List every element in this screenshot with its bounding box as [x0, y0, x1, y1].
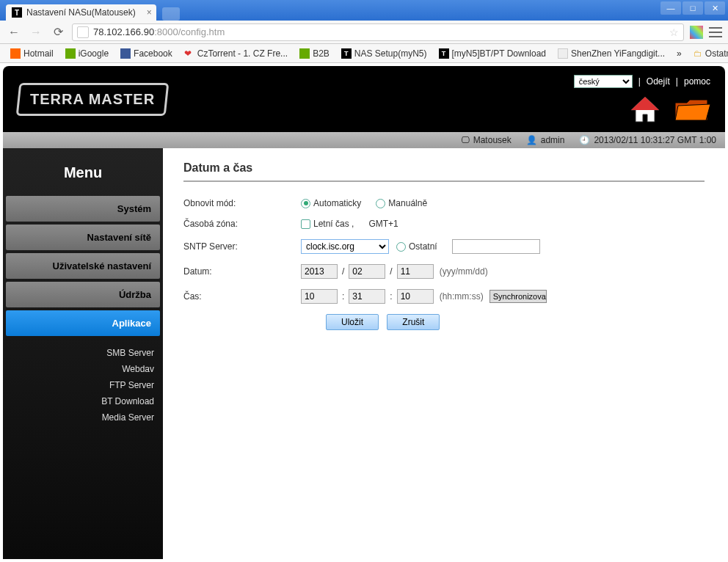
other-bookmarks-folder[interactable]: 🗀Ostatní záložky: [689, 47, 728, 60]
user-icon: 👤: [526, 135, 537, 145]
close-window-button[interactable]: ✕: [705, 1, 725, 15]
bookmark-shenzhen[interactable]: ShenZhen YiFangdigit...: [553, 47, 669, 60]
sntp-select[interactable]: clock.isc.org: [301, 239, 389, 254]
label-timezone: Časobá zóna:: [183, 219, 301, 229]
date-day-input[interactable]: [397, 264, 434, 279]
status-device: 🖵Matousek: [461, 135, 512, 145]
minimize-button[interactable]: —: [660, 1, 681, 15]
bookmark-hotmail[interactable]: Hotmail: [6, 47, 58, 60]
facebook-icon: [120, 48, 131, 59]
hotmail-icon: [10, 48, 21, 59]
sidebar-item-applications[interactable]: Aplikace: [6, 310, 160, 336]
checkbox-unchecked-icon: [301, 219, 310, 229]
new-tab-button[interactable]: [162, 7, 180, 21]
tab-favicon: T: [12, 7, 22, 18]
bookmark-nas-setup[interactable]: TNAS Setup(myN5): [337, 47, 432, 60]
submenu-media[interactable]: Media Server: [3, 409, 154, 426]
cztorrent-icon: ❤: [184, 48, 194, 59]
status-datetime: 🕘2013/02/11 10:31:27 GMT 1:00: [579, 135, 716, 145]
home-icon[interactable]: [630, 95, 660, 123]
label-sntp: SNTP Server:: [183, 241, 301, 252]
sidebar-submenu: SMB Server Webdav FTP Server BT Download…: [3, 337, 163, 426]
time-min-input[interactable]: [349, 289, 385, 304]
menu-title: Menu: [3, 157, 163, 194]
submenu-webdav[interactable]: Webdav: [3, 361, 154, 377]
close-tab-icon[interactable]: ×: [147, 7, 152, 18]
browser-tab[interactable]: T Nastavení NASu(Matousek) ×: [6, 4, 156, 21]
date-year-input[interactable]: [301, 264, 338, 279]
sidebar: Menu Systém Nastavení sítě Uživatelské n…: [3, 148, 163, 559]
forward-button[interactable]: →: [28, 24, 44, 40]
bookmark-cztorrent[interactable]: ❤CzTorrent - 1. CZ Fre...: [180, 47, 292, 60]
panel-title: Datum a čas: [183, 161, 705, 182]
back-button[interactable]: ←: [6, 24, 22, 40]
monitor-icon: 🖵: [461, 135, 470, 145]
browser-titlebar: T Nastavení NASu(Matousek) × — □ ✕: [0, 0, 728, 21]
radio-other[interactable]: Ostatní: [396, 241, 437, 252]
label-time: Čas:: [183, 291, 301, 302]
gmt-value: GMT+1: [368, 219, 398, 229]
extension-icon[interactable]: [690, 26, 703, 39]
bookmark-star-icon[interactable]: ☆: [669, 26, 679, 38]
submenu-bt[interactable]: BT Download: [3, 393, 154, 409]
sidebar-item-system[interactable]: Systém: [6, 196, 160, 222]
nas-icon: T: [341, 48, 352, 59]
sntp-other-input[interactable]: [452, 239, 540, 254]
sync-button[interactable]: Synchronizovat: [489, 290, 547, 303]
page-icon: [558, 48, 568, 59]
statusbar: 🖵Matousek 👤admin 🕘2013/02/11 10:31:27 GM…: [3, 132, 725, 148]
radio-automatic[interactable]: Automaticky: [301, 198, 361, 208]
help-link[interactable]: pomoc: [684, 76, 710, 87]
bookmark-facebook[interactable]: Facebook: [116, 47, 177, 60]
logout-link[interactable]: Odejít: [647, 76, 670, 87]
page-icon: [77, 26, 89, 38]
bookmark-b2b[interactable]: B2B: [295, 47, 334, 60]
main-panel: Datum a čas Obnovit mód: Automaticky Man…: [163, 148, 725, 559]
logo: TERRA MASTER: [16, 83, 170, 116]
date-month-input[interactable]: [349, 264, 385, 279]
bookmark-bar: Hotmail iGoogle Facebook ❤CzTorrent - 1.…: [0, 44, 728, 63]
time-hint: (hh:mm:ss): [440, 291, 484, 302]
clock-icon: 🕘: [579, 135, 590, 145]
tab-title: Nastavení NASu(Matousek): [26, 7, 136, 18]
reload-button[interactable]: ⟳: [50, 24, 66, 40]
label-refresh-mode: Obnovit mód:: [183, 198, 301, 208]
app-header: TERRA MASTER český | Odejít | pomoc: [3, 66, 725, 132]
folder-icon: 🗀: [694, 48, 702, 59]
sidebar-item-maintenance[interactable]: Údržba: [6, 282, 160, 307]
time-sec-input[interactable]: [397, 289, 434, 304]
time-hour-input[interactable]: [301, 289, 338, 304]
bt-icon: T: [439, 48, 449, 59]
radio-manual[interactable]: Manuálně: [376, 198, 427, 208]
save-button[interactable]: Uložit: [326, 314, 379, 330]
folder-icon[interactable]: [674, 95, 710, 123]
bookmark-myn5-bt[interactable]: T[myN5]BT/PT Download: [434, 47, 551, 60]
radio-unchecked-icon: [396, 242, 406, 252]
cancel-button[interactable]: Zrušit: [387, 314, 440, 330]
language-select[interactable]: český: [574, 75, 633, 88]
sidebar-item-users[interactable]: Uživatelské nastavení: [6, 253, 160, 279]
checkbox-dst[interactable]: Letní čas ,: [301, 219, 354, 229]
submenu-smb[interactable]: SMB Server: [3, 345, 154, 361]
browser-menu-icon[interactable]: [709, 27, 722, 37]
browser-toolbar: ← → ⟳ 78.102.166.90:8000/config.htm ☆: [0, 21, 728, 44]
bookmark-igoogle[interactable]: iGoogle: [61, 47, 113, 60]
radio-checked-icon: [301, 199, 310, 208]
status-user: 👤admin: [526, 135, 565, 145]
submenu-ftp[interactable]: FTP Server: [3, 377, 154, 393]
url-rest: :8000/config.htm: [154, 26, 225, 37]
date-hint: (yyy/mm/dd): [440, 266, 488, 277]
svg-marker-1: [631, 97, 659, 110]
google-icon: [65, 48, 76, 59]
url-bar[interactable]: 78.102.166.90:8000/config.htm ☆: [72, 23, 684, 41]
label-date: Datum:: [183, 266, 301, 277]
bookmarks-overflow[interactable]: »: [672, 47, 686, 60]
b2b-icon: [299, 48, 310, 59]
maximize-button[interactable]: □: [682, 1, 703, 15]
sidebar-item-network[interactable]: Nastavení sítě: [6, 225, 160, 250]
url-domain: 78.102.166.90: [93, 26, 154, 37]
radio-unchecked-icon: [376, 199, 385, 208]
